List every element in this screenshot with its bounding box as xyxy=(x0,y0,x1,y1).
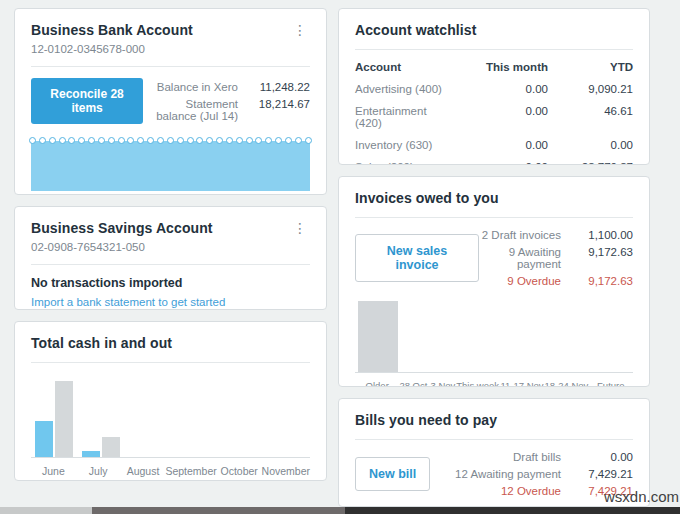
data-point-marker xyxy=(49,137,56,144)
watchlist-this-month-value: 0.00 xyxy=(453,83,548,95)
watchlist-row[interactable]: Inventory (630)0.000.00 xyxy=(355,139,633,151)
reconcile-button[interactable]: Reconcile 28 items xyxy=(31,78,143,124)
divider xyxy=(31,264,310,265)
invoice-summary-value: 9,172.63 xyxy=(575,246,633,258)
data-point-marker xyxy=(187,137,194,144)
data-point-marker xyxy=(108,137,115,144)
bank-account-title: Business Bank Account xyxy=(31,22,193,38)
balance-value: 11,248.22 xyxy=(252,81,310,93)
invoice-summary-value: 1,100.00 xyxy=(575,229,633,241)
bar-group xyxy=(264,374,311,457)
data-point-marker xyxy=(157,137,164,144)
x-axis-label: September xyxy=(165,465,216,477)
bar-group xyxy=(124,374,171,457)
balance-value: 18,214.67 xyxy=(252,98,310,110)
bill-summary-row[interactable]: Draft bills 0.00 xyxy=(513,451,633,463)
bottom-bar-segment xyxy=(345,507,680,514)
kebab-menu-icon[interactable] xyxy=(290,22,310,38)
invoice-overdue-value: 9,172.63 xyxy=(575,275,633,287)
divider xyxy=(31,66,310,67)
bar-slot xyxy=(355,301,401,372)
data-point-marker xyxy=(177,137,184,144)
bill-summary-row[interactable]: 12 Awaiting payment 7,429.21 xyxy=(455,468,633,480)
savings-account-number: 02-0908-7654321-050 xyxy=(31,241,213,253)
data-point-marker xyxy=(265,137,272,144)
data-point-marker xyxy=(39,137,46,144)
bank-account-card: Business Bank Account 12-0102-0345678-00… xyxy=(14,8,327,195)
divider xyxy=(355,439,633,440)
data-point-marker xyxy=(78,137,85,144)
bottom-bar-segment xyxy=(92,507,345,514)
x-axis-label: Future xyxy=(589,380,633,387)
balance-label: Balance in Xero xyxy=(157,81,238,93)
invoice-chart-x-axis: Older28 Oct-3 NovThis week11-17 Nov18-24… xyxy=(355,380,633,387)
bank-balance-area-chart xyxy=(31,136,310,191)
cash-flow-card: Total cash in and out JuneJulyAugustSept… xyxy=(14,321,327,481)
data-point-marker xyxy=(98,137,105,144)
data-point-marker xyxy=(167,137,174,144)
watchlist-rows: Advertising (400)0.009,090.21Entertainme… xyxy=(355,83,633,165)
balance-row: Balance in Xero 11,248.22 xyxy=(157,81,310,93)
data-point-marker xyxy=(275,137,282,144)
x-axis-label: June xyxy=(31,465,76,477)
divider xyxy=(355,49,633,50)
import-statement-link[interactable]: Import a bank statement to get started xyxy=(31,296,225,308)
left-column: Business Bank Account 12-0102-0345678-00… xyxy=(14,8,327,481)
balance-label: Statement balance (Jul 14) xyxy=(143,98,238,122)
x-axis-label: 18-24 Nov xyxy=(544,380,588,387)
invoice-aging-bar xyxy=(358,301,398,372)
cash-flow-bar-chart xyxy=(31,374,310,458)
data-point-marker xyxy=(295,137,302,144)
kebab-menu-icon[interactable] xyxy=(290,220,310,236)
savings-account-card: Business Savings Account 02-0908-7654321… xyxy=(14,206,327,310)
x-axis-label: 11-17 Nov xyxy=(500,380,544,387)
new-bill-button[interactable]: New bill xyxy=(355,457,430,491)
watchlist-row[interactable]: Sales (200)0.0023,770.87 xyxy=(355,161,633,165)
area-fill xyxy=(31,141,310,191)
invoices-title: Invoices owed to you xyxy=(355,190,633,206)
watchlist-account-name: Advertising (400) xyxy=(355,83,453,95)
watchlist-header-this-month: This month xyxy=(453,61,548,73)
data-point-marker xyxy=(246,137,253,144)
watchlist-row[interactable]: Advertising (400)0.009,090.21 xyxy=(355,83,633,95)
x-axis-label: November xyxy=(262,465,310,477)
watchlist-account-name: Entertainment (420) xyxy=(355,105,453,129)
x-axis-label: July xyxy=(76,465,121,477)
invoice-overdue-label: 9 Overdue xyxy=(507,275,561,287)
x-axis-label: This week xyxy=(455,380,499,387)
watchlist-row[interactable]: Entertainment (420)0.0046.61 xyxy=(355,105,633,129)
invoice-summary-row[interactable]: 9 Awaiting payment 9,172.63 xyxy=(479,246,633,270)
data-point-marker xyxy=(285,137,292,144)
data-point-marker xyxy=(206,137,213,144)
invoice-aging-bar-chart xyxy=(355,301,633,373)
right-column: Account watchlist Account This month YTD… xyxy=(338,8,650,507)
data-point-marker xyxy=(88,137,95,144)
cash-flow-title: Total cash in and out xyxy=(31,335,310,351)
cash-in-bar xyxy=(35,421,53,457)
account-watchlist-card: Account watchlist Account This month YTD… xyxy=(338,8,650,165)
data-point-marker xyxy=(216,137,223,144)
x-axis-label: 28 Oct-3 Nov xyxy=(399,380,455,387)
bar-group xyxy=(31,374,78,457)
watchlist-this-month-value: 0.00 xyxy=(453,161,548,165)
watchlist-this-month-value: 0.00 xyxy=(453,105,548,129)
new-sales-invoice-button[interactable]: New sales invoice xyxy=(355,234,479,282)
data-point-marker xyxy=(147,137,154,144)
watchlist-ytd-value: 0.00 xyxy=(548,139,633,151)
invoice-overdue-row[interactable]: 9 Overdue 9,172.63 xyxy=(507,275,633,287)
data-point-markers xyxy=(29,137,312,144)
watchlist-title: Account watchlist xyxy=(355,22,633,38)
data-point-marker xyxy=(236,137,243,144)
watchlist-header-row: Account This month YTD xyxy=(355,61,633,73)
watchlist-account-name: Sales (200) xyxy=(355,161,453,165)
watchlist-header-account: Account xyxy=(355,61,453,73)
cash-in-bar xyxy=(82,451,100,457)
savings-account-title: Business Savings Account xyxy=(31,220,213,236)
invoices-owed-card: Invoices owed to you New sales invoice 2… xyxy=(338,176,650,387)
watermark: wsxdn.com xyxy=(604,488,679,505)
bar-slot xyxy=(448,301,494,372)
invoice-summary-row[interactable]: 2 Draft invoices 1,100.00 xyxy=(482,229,633,241)
bar-slot xyxy=(401,301,447,372)
bar-group xyxy=(78,374,125,457)
watchlist-ytd-value: 9,090.21 xyxy=(548,83,633,95)
